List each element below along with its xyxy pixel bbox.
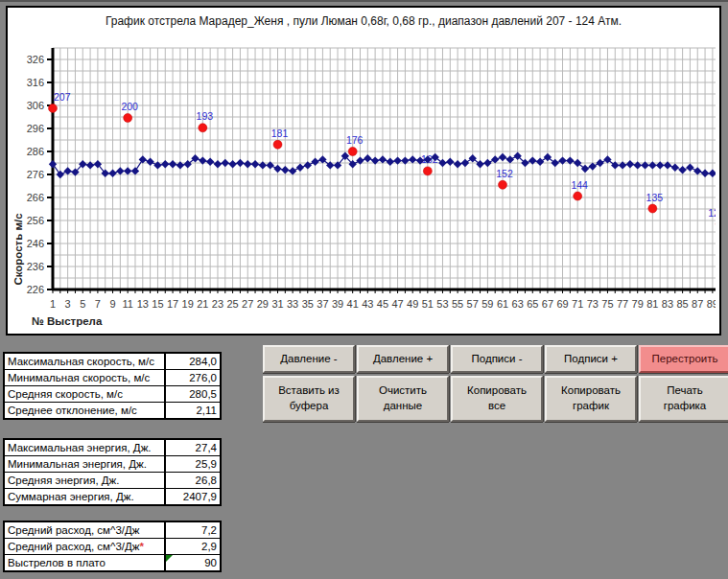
min-velocity-row: Минимальная скорость, м/с276,0 bbox=[5, 369, 220, 385]
avg-velocity-label: Средняя скорость, м/с bbox=[5, 386, 166, 402]
copy-chart-button[interactable]: Копировать график bbox=[545, 376, 637, 422]
avg-velocity-value[interactable]: 280,5 bbox=[166, 386, 220, 402]
svg-text:207: 207 bbox=[54, 91, 71, 103]
svg-text:1: 1 bbox=[50, 298, 56, 310]
labels-plus-button[interactable]: Подписи + bbox=[545, 345, 637, 373]
avg-energy-label: Средняя энергия, Дж. bbox=[5, 473, 166, 488]
max-energy-value[interactable]: 27,4 bbox=[166, 440, 220, 455]
svg-text:67: 67 bbox=[542, 298, 553, 310]
svg-text:9: 9 bbox=[109, 298, 115, 310]
svg-text:7: 7 bbox=[95, 298, 101, 310]
svg-text:75: 75 bbox=[601, 298, 613, 310]
svg-text:193: 193 bbox=[197, 110, 214, 122]
svg-text:79: 79 bbox=[632, 298, 644, 310]
min-velocity-label: Минимальная скорость, м/с bbox=[5, 370, 166, 385]
avg-deviation-value[interactable]: 2,11 bbox=[166, 403, 220, 418]
svg-text:83: 83 bbox=[662, 298, 673, 310]
svg-text:41: 41 bbox=[347, 298, 359, 310]
stat-table-0: Максимальная скорость, м/с284,0Минимальн… bbox=[3, 352, 222, 420]
stat-table-2: Средний расход, см^3/Дж7,2Средний расход… bbox=[3, 521, 222, 572]
svg-text:45: 45 bbox=[377, 298, 388, 310]
total-energy-label: Суммарная энергия, Дж. bbox=[5, 489, 166, 504]
shots-in-plateau-value[interactable]: 90 bbox=[166, 555, 220, 570]
svg-text:226: 226 bbox=[27, 284, 44, 295]
svg-text:61: 61 bbox=[497, 298, 508, 310]
svg-text:306: 306 bbox=[27, 100, 44, 111]
stat-table-1: Максимальная энергия, Дж.27,4Минимальная… bbox=[3, 438, 222, 506]
svg-text:51: 51 bbox=[422, 298, 434, 310]
svg-text:35: 35 bbox=[302, 298, 314, 310]
svg-text:135: 135 bbox=[646, 192, 664, 203]
avg-consumption-star-row: Средний расход, см^3/Дж*2,9 bbox=[5, 538, 220, 554]
svg-text:326: 326 bbox=[27, 54, 44, 65]
svg-text:21: 21 bbox=[197, 298, 208, 310]
total-energy-value[interactable]: 2407,9 bbox=[166, 489, 220, 504]
svg-text:3: 3 bbox=[65, 298, 71, 310]
avg-consumption-label: Средний расход, см^3/Дж bbox=[5, 522, 166, 538]
shots-in-plateau-label: Выстрелов в плато bbox=[5, 555, 166, 570]
red-asterisk: * bbox=[139, 541, 143, 552]
svg-text:124: 124 bbox=[708, 207, 716, 219]
avg-consumption-value[interactable]: 7,2 bbox=[166, 522, 220, 538]
shots-in-plateau-row: Выстрелов в плато90 bbox=[5, 554, 220, 570]
svg-text:37: 37 bbox=[317, 298, 328, 310]
rebuild-button[interactable]: Перестроить bbox=[639, 345, 728, 373]
green-triangle-marker bbox=[166, 555, 173, 562]
svg-text:49: 49 bbox=[407, 298, 418, 310]
svg-text:89: 89 bbox=[707, 298, 716, 310]
min-energy-row: Минимальная энергия, Дж.25,9 bbox=[5, 455, 220, 472]
svg-text:256: 256 bbox=[27, 215, 44, 226]
svg-text:19: 19 bbox=[182, 298, 194, 310]
max-energy-row: Максимальная энергия, Дж.27,4 bbox=[5, 440, 220, 455]
avg-deviation-label: Среднее отклонение, м/с bbox=[5, 403, 166, 418]
max-velocity-value[interactable]: 284,0 bbox=[166, 354, 220, 369]
max-velocity-row: Максимальная скорость, м/с284,0 bbox=[5, 354, 220, 369]
svg-text:25: 25 bbox=[226, 298, 238, 310]
svg-text:71: 71 bbox=[572, 298, 583, 310]
svg-text:87: 87 bbox=[692, 298, 703, 310]
avg-energy-value[interactable]: 26,8 bbox=[166, 473, 220, 488]
copy-all-button[interactable]: Копировать все bbox=[451, 376, 543, 422]
chart-panel: 2262362462562662762862963063163261357911… bbox=[6, 6, 721, 336]
svg-text:176: 176 bbox=[346, 134, 364, 146]
min-energy-label: Минимальная энергия, Дж. bbox=[5, 456, 166, 472]
svg-text:Скорость м/с: Скорость м/с bbox=[12, 213, 24, 286]
svg-text:316: 316 bbox=[27, 77, 44, 88]
svg-text:296: 296 bbox=[27, 123, 44, 134]
svg-text:152: 152 bbox=[496, 168, 513, 179]
clear-data-button[interactable]: Очистить данные bbox=[357, 376, 449, 422]
avg-consumption-row: Средний расход, см^3/Дж7,2 bbox=[5, 522, 220, 538]
svg-text:63: 63 bbox=[512, 298, 524, 310]
app-window: { "chart": { "title": "График отстрела М… bbox=[0, 0, 728, 579]
svg-text:266: 266 bbox=[27, 192, 44, 203]
svg-text:181: 181 bbox=[271, 127, 289, 139]
max-velocity-label: Максимальная скорость, м/с bbox=[5, 354, 166, 369]
pressure-minus-button[interactable]: Давление - bbox=[263, 345, 355, 373]
total-energy-row: Суммарная энергия, Дж.2407,9 bbox=[5, 488, 220, 504]
svg-text:17: 17 bbox=[167, 298, 178, 310]
svg-text:15: 15 bbox=[152, 298, 163, 310]
svg-text:39: 39 bbox=[332, 298, 343, 310]
velocity-pressure-chart: 2262362462562662762862963063163261357911… bbox=[8, 8, 716, 330]
svg-text:55: 55 bbox=[452, 298, 463, 310]
svg-text:5: 5 bbox=[80, 298, 85, 310]
avg-energy-row: Средняя энергия, Дж.26,8 bbox=[5, 472, 220, 488]
svg-text:27: 27 bbox=[242, 298, 253, 310]
labels-minus-button[interactable]: Подписи - bbox=[451, 345, 543, 373]
print-chart-button[interactable]: Печать графика bbox=[639, 376, 728, 422]
svg-text:13: 13 bbox=[137, 298, 149, 310]
chart-title: График отстрела Марадер_Женя , пули Люма… bbox=[8, 14, 719, 28]
min-energy-value[interactable]: 25,9 bbox=[166, 456, 220, 472]
svg-text:43: 43 bbox=[362, 298, 373, 310]
avg-consumption-star-label: Средний расход, см^3/Дж* bbox=[5, 539, 166, 554]
svg-text:31: 31 bbox=[271, 298, 283, 310]
min-velocity-value[interactable]: 276,0 bbox=[166, 370, 220, 385]
svg-text:33: 33 bbox=[287, 298, 298, 310]
svg-text:53: 53 bbox=[436, 298, 448, 310]
svg-text:47: 47 bbox=[391, 298, 403, 310]
pressure-plus-button[interactable]: Давление + bbox=[357, 345, 449, 373]
paste-from-clipboard-button[interactable]: Вставить из буфера bbox=[263, 376, 355, 422]
svg-text:29: 29 bbox=[257, 298, 269, 310]
avg-consumption-star-value[interactable]: 2,9 bbox=[166, 539, 220, 554]
svg-text:73: 73 bbox=[587, 298, 599, 310]
